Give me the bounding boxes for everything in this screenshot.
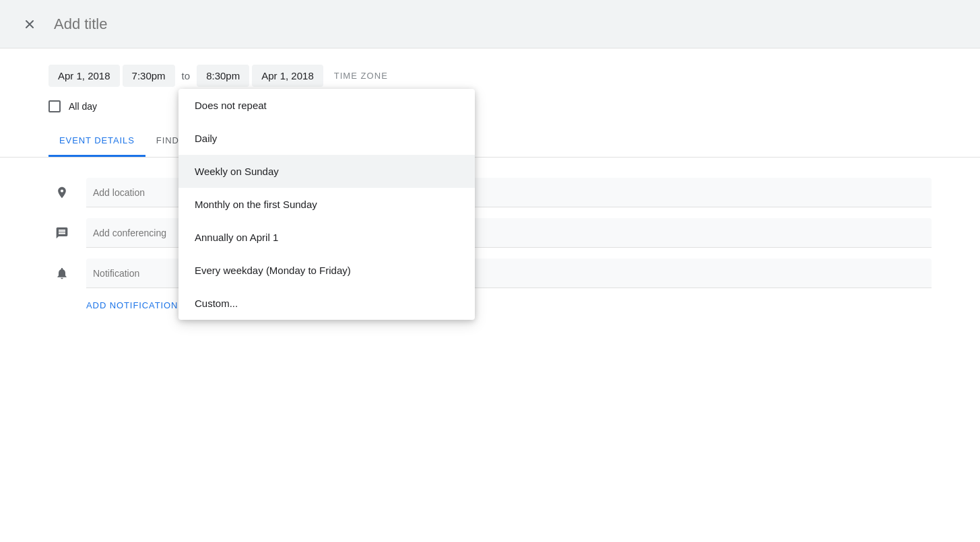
to-label: to (178, 70, 195, 81)
repeat-option-every-weekday[interactable]: Every weekday (Monday to Friday) (178, 254, 475, 287)
repeat-option-daily[interactable]: Daily (178, 122, 475, 155)
close-button[interactable] (16, 11, 43, 38)
allday-checkbox[interactable] (48, 100, 61, 112)
location-icon (48, 179, 75, 206)
repeat-option-monthly-first-sunday[interactable]: Monthly on the first Sunday (178, 188, 475, 221)
start-time-button[interactable]: 7:30pm (123, 65, 175, 87)
datetime-row: Apr 1, 2018 7:30pm to 8:30pm Apr 1, 2018… (48, 65, 932, 87)
title-input[interactable] (54, 15, 964, 33)
add-notification-button[interactable]: ADD NOTIFICATION (86, 295, 178, 316)
repeat-option-custom[interactable]: Custom... (178, 287, 475, 320)
repeat-option-annually-april-1[interactable]: Annually on April 1 (178, 221, 475, 254)
repeat-option-weekly-sunday[interactable]: Weekly on Sunday (178, 155, 475, 188)
tab-event-details[interactable]: EVENT DETAILS (48, 126, 145, 157)
repeat-option-does-not-repeat[interactable]: Does not repeat (178, 89, 475, 122)
start-date-button[interactable]: Apr 1, 2018 (48, 65, 120, 87)
main-content: Apr 1, 2018 7:30pm to 8:30pm Apr 1, 2018… (0, 48, 980, 332)
end-time-button[interactable]: 8:30pm (197, 65, 249, 87)
end-date-button[interactable]: Apr 1, 2018 (252, 65, 323, 87)
timezone-button[interactable]: TIME ZONE (334, 71, 388, 81)
title-bar (0, 0, 980, 48)
tabs-row: EVENT DETAILS FIND A TIME (0, 126, 980, 158)
conference-icon (48, 219, 75, 246)
repeat-dropdown: Does not repeat Daily Weekly on Sunday M… (178, 89, 475, 320)
bell-icon (48, 260, 75, 287)
allday-label: All day (69, 101, 97, 112)
